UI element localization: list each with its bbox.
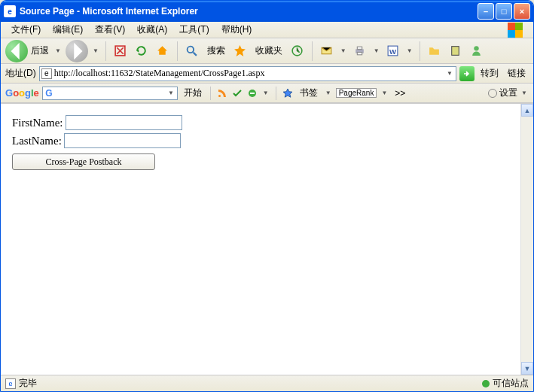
research-button[interactable] bbox=[447, 42, 465, 60]
google-settings[interactable]: 设置 ▼ bbox=[488, 87, 529, 99]
browser-window: e Source Page - Microsoft Internet Explo… bbox=[0, 0, 534, 392]
pagerank-dropdown[interactable]: ▼ bbox=[381, 90, 387, 96]
print-button[interactable] bbox=[351, 42, 369, 60]
address-dropdown[interactable]: ▼ bbox=[447, 70, 453, 77]
edit-dropdown[interactable]: ▼ bbox=[407, 47, 413, 54]
google-dropdown-icon[interactable]: G bbox=[44, 87, 53, 99]
back-button[interactable] bbox=[5, 40, 28, 62]
forward-button[interactable] bbox=[66, 40, 88, 62]
menu-tools[interactable]: 工具(T) bbox=[173, 22, 215, 38]
search-label[interactable]: 搜索 bbox=[204, 44, 228, 57]
separator bbox=[276, 87, 276, 100]
go-button[interactable] bbox=[459, 66, 474, 81]
go-arrow-icon bbox=[462, 69, 471, 78]
trusted-label: 可信站点 bbox=[493, 377, 529, 390]
back-dropdown[interactable]: ▼ bbox=[55, 47, 61, 54]
title-bar: e Source Page - Microsoft Internet Explo… bbox=[1, 1, 533, 22]
minimize-button[interactable]: – bbox=[478, 3, 494, 20]
first-name-label: FirstName: bbox=[12, 117, 63, 129]
svg-point-11 bbox=[474, 46, 478, 50]
forward-dropdown[interactable]: ▼ bbox=[93, 47, 99, 54]
google-search-input[interactable] bbox=[53, 88, 166, 99]
book-icon bbox=[449, 44, 462, 57]
separator bbox=[210, 87, 211, 100]
history-button[interactable] bbox=[288, 42, 307, 60]
google-blocker-icon[interactable] bbox=[246, 87, 258, 99]
last-name-input[interactable] bbox=[64, 133, 181, 148]
zone-trusted: 可信站点 bbox=[482, 377, 529, 390]
discuss-button[interactable] bbox=[426, 42, 444, 60]
print-dropdown[interactable]: ▼ bbox=[374, 47, 380, 54]
svg-rect-14 bbox=[250, 93, 255, 94]
favorites-label[interactable]: 收藏夹 bbox=[252, 44, 285, 57]
google-start-button[interactable]: 开始 bbox=[181, 87, 205, 99]
refresh-button[interactable] bbox=[133, 42, 151, 60]
history-icon bbox=[291, 44, 304, 57]
settings-icon bbox=[488, 89, 497, 98]
form-area: FirstName: LastName: Cross-Page Postback bbox=[1, 104, 533, 181]
google-bookmark-label[interactable]: 书签 bbox=[297, 87, 321, 99]
back-label: 后退 bbox=[31, 44, 49, 57]
svg-point-12 bbox=[218, 95, 221, 97]
mail-button[interactable] bbox=[318, 42, 336, 60]
stop-button[interactable] bbox=[111, 42, 130, 60]
messenger-button[interactable] bbox=[468, 42, 486, 60]
menu-edit[interactable]: 编辑(E) bbox=[47, 22, 89, 38]
cross-page-postback-button[interactable]: Cross-Page Postback bbox=[12, 153, 155, 170]
links-label[interactable]: 链接 bbox=[505, 67, 529, 80]
google-search-box: G ▼ bbox=[42, 87, 178, 100]
address-input[interactable] bbox=[54, 68, 445, 79]
settings-dropdown: ▼ bbox=[521, 90, 527, 96]
window-title: Source Page - Microsoft Internet Explore… bbox=[20, 6, 478, 17]
menu-bar: 文件(F) 编辑(E) 查看(V) 收藏(A) 工具(T) 帮助(H) bbox=[1, 22, 533, 38]
separator bbox=[105, 41, 106, 61]
mail-dropdown[interactable]: ▼ bbox=[340, 47, 346, 54]
last-name-row: LastName: bbox=[12, 133, 522, 148]
menu-view[interactable]: 查看(V) bbox=[89, 22, 131, 38]
svg-point-1 bbox=[188, 47, 194, 53]
mail-icon bbox=[320, 44, 333, 57]
status-bar: e 完毕 可信站点 bbox=[1, 375, 533, 391]
edit-with-button[interactable]: W bbox=[384, 42, 402, 60]
google-feed-icon[interactable] bbox=[216, 87, 228, 99]
separator bbox=[312, 41, 313, 61]
home-button[interactable] bbox=[154, 42, 172, 60]
separator bbox=[177, 41, 178, 61]
google-more[interactable]: >> bbox=[392, 88, 408, 99]
google-bookmark-dropdown[interactable]: ▼ bbox=[325, 90, 331, 96]
google-search-dropdown[interactable]: ▼ bbox=[168, 90, 174, 96]
google-logo[interactable]: Google bbox=[5, 87, 39, 99]
pagerank-meter[interactable]: PageRank bbox=[336, 88, 377, 98]
scroll-down-button[interactable]: ▼ bbox=[521, 362, 533, 375]
print-icon bbox=[353, 44, 366, 57]
svg-rect-10 bbox=[452, 47, 459, 55]
favorites-button[interactable] bbox=[231, 42, 249, 60]
settings-label: 设置 bbox=[499, 87, 517, 99]
separator bbox=[420, 41, 420, 61]
search-icon bbox=[185, 44, 198, 57]
window-controls: – □ × bbox=[478, 3, 530, 20]
page-icon: e bbox=[41, 68, 52, 79]
menu-file[interactable]: 文件(F) bbox=[5, 22, 47, 38]
vertical-scrollbar[interactable]: ▲ ▼ bbox=[520, 104, 533, 375]
first-name-input[interactable] bbox=[66, 115, 182, 130]
google-toolbar: Google G ▼ 开始 ▼ 书签 ▼ PageRank ▼ >> 设置 bbox=[1, 84, 533, 103]
go-label: 转到 bbox=[478, 67, 502, 80]
page-content: FirstName: LastName: Cross-Page Postback… bbox=[1, 103, 533, 375]
arrow-right-icon bbox=[66, 40, 88, 62]
svg-text:W: W bbox=[389, 47, 396, 56]
close-button[interactable]: × bbox=[514, 3, 530, 20]
folder-icon bbox=[428, 44, 441, 57]
google-blocker-dropdown[interactable]: ▼ bbox=[263, 90, 269, 96]
scroll-up-button[interactable]: ▲ bbox=[521, 104, 533, 117]
last-name-label: LastName: bbox=[12, 135, 62, 147]
search-button[interactable] bbox=[183, 42, 201, 60]
svg-rect-6 bbox=[358, 53, 362, 55]
google-check-icon[interactable] bbox=[231, 87, 243, 99]
address-bar: 地址(D) e ▼ 转到 链接 bbox=[1, 64, 533, 84]
status-text: 完毕 bbox=[19, 377, 37, 390]
menu-help[interactable]: 帮助(H) bbox=[215, 22, 258, 38]
google-bookmark-icon[interactable] bbox=[282, 87, 294, 99]
maximize-button[interactable]: □ bbox=[496, 3, 512, 20]
menu-favorites[interactable]: 收藏(A) bbox=[131, 22, 173, 38]
